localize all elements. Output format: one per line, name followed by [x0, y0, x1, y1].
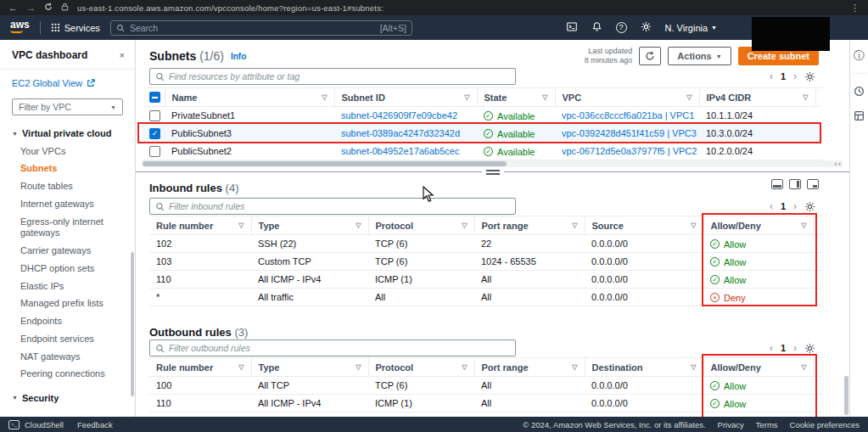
- sidebar-item-your-vpcs[interactable]: Your VPCs: [0, 143, 135, 160]
- vpc-link[interactable]: vpc-0392428d451f41c59 | VPC3: [562, 128, 697, 138]
- refresh-button[interactable]: [639, 47, 661, 65]
- info-panel-icon[interactable]: ⓘ: [854, 50, 865, 61]
- split-panel-handle[interactable]: [482, 169, 504, 176]
- column-header-protocol[interactable]: Protocol▽: [368, 358, 474, 377]
- actions-button[interactable]: Actions ▼: [668, 47, 731, 65]
- column-header-vpc[interactable]: VPC▽: [555, 88, 699, 107]
- column-header-allow-deny[interactable]: Allow/Deny▽: [703, 216, 814, 235]
- region-selector[interactable]: N. Virginia▼: [665, 23, 717, 33]
- select-all-checkbox[interactable]: [149, 92, 160, 103]
- help-icon[interactable]: ?: [616, 22, 627, 33]
- column-header-subnet-id[interactable]: Subnet ID▽: [334, 88, 477, 107]
- services-menu[interactable]: Services: [51, 23, 100, 33]
- sidebar-close-icon[interactable]: ×: [120, 50, 125, 60]
- sidebar-item-nat-gateways[interactable]: NAT gateways: [0, 348, 135, 366]
- sidebar-item-internet-gateways[interactable]: Internet gateways: [0, 195, 135, 213]
- scroll-left-icon[interactable]: ‹: [835, 160, 837, 168]
- inbound-filter-input[interactable]: [169, 201, 510, 211]
- caret-down-icon: ▼: [12, 131, 18, 137]
- next-page-icon[interactable]: ›: [793, 70, 797, 82]
- nav-divider: [40, 21, 41, 34]
- subnet-id-link[interactable]: subnet-0b4952e17a6ab5cec: [341, 146, 459, 156]
- column-header-port-range[interactable]: Port range▽: [474, 216, 585, 235]
- sidebar-item-egress-only[interactable]: Egress-only internet gateways: [0, 213, 135, 243]
- column-header-name[interactable]: Name▽: [165, 88, 334, 107]
- table-settings-icon[interactable]: [804, 343, 815, 354]
- subnet-id-link[interactable]: subnet-0389ac4247d32342d: [341, 128, 460, 138]
- site-info-icon[interactable]: [61, 3, 69, 13]
- scrollbar-thumb[interactable]: [143, 161, 507, 166]
- sidebar-item-route-tables[interactable]: Route tables: [0, 178, 135, 196]
- split-panel-side-icon[interactable]: [789, 179, 801, 189]
- column-header-type[interactable]: Type▽: [251, 358, 368, 377]
- row-checkbox[interactable]: [149, 110, 160, 121]
- prev-page-icon[interactable]: ‹: [770, 200, 773, 212]
- global-search-input[interactable]: Search [Alt+S]: [110, 20, 412, 36]
- filter-by-vpc-select[interactable]: Filter by VPC ▼: [12, 98, 123, 115]
- column-header-state[interactable]: State▽: [477, 88, 555, 107]
- browser-refresh-icon[interactable]: [44, 3, 53, 13]
- column-header-rule-number[interactable]: Rule number▽: [149, 358, 251, 377]
- browser-forward-icon[interactable]: →: [26, 3, 36, 13]
- sidebar-item-endpoints[interactable]: Endpoints: [0, 313, 135, 331]
- resources-panel-icon[interactable]: [854, 110, 865, 123]
- column-header-protocol[interactable]: Protocol▽: [368, 216, 474, 235]
- address-bar[interactable]: us-east-1.console.aws.amazon.com/vpccons…: [77, 3, 384, 13]
- sidebar-item-carrier-gateways[interactable]: Carrier gateways: [0, 243, 135, 261]
- page-number[interactable]: 1: [781, 71, 786, 81]
- column-header-source[interactable]: Source▽: [585, 216, 703, 235]
- terms-link[interactable]: Terms: [756, 420, 778, 429]
- allow-badge: ✓Allow: [710, 399, 746, 409]
- ec2-global-view-link[interactable]: EC2 Global View: [0, 70, 135, 92]
- column-header-allow-deny[interactable]: Allow/Deny▽: [703, 358, 814, 377]
- sidebar-item-dhcp-option-sets[interactable]: DHCP option sets: [0, 260, 135, 278]
- prev-page-icon[interactable]: ‹: [770, 342, 773, 354]
- feedback-link[interactable]: Feedback: [77, 420, 113, 429]
- next-page-icon[interactable]: ›: [793, 200, 797, 212]
- page-number[interactable]: 1: [781, 343, 786, 353]
- table-settings-icon[interactable]: [804, 201, 815, 212]
- vertical-scrollbar[interactable]: [844, 376, 848, 415]
- prev-page-icon[interactable]: ‹: [770, 70, 773, 82]
- scroll-right-icon[interactable]: ›: [838, 160, 841, 168]
- outbound-filter-input[interactable]: [169, 343, 510, 353]
- next-page-icon[interactable]: ›: [793, 342, 797, 354]
- subnet-filter-input[interactable]: [169, 71, 510, 81]
- column-header-type[interactable]: Type▽: [251, 216, 368, 235]
- cloudshell-button[interactable]: >_ CloudShell: [8, 420, 64, 429]
- cookie-preferences-link[interactable]: Cookie preferences: [790, 420, 860, 429]
- row-checkbox[interactable]: [149, 146, 160, 157]
- browser-back-icon[interactable]: ←: [8, 3, 18, 13]
- sidebar-section-security[interactable]: ▼ Security: [0, 384, 135, 407]
- table-row: 110All ICMP - IPv4 ICMP (1)All 0.0.0.0/0…: [149, 271, 822, 289]
- row-checkbox[interactable]: ✓: [149, 128, 160, 139]
- table-settings-icon[interactable]: [804, 71, 815, 82]
- info-link[interactable]: Info: [231, 52, 246, 61]
- split-panel-detach-icon[interactable]: [807, 179, 819, 189]
- sidebar-section-vpc[interactable]: ▼ Virtual private cloud: [0, 119, 135, 143]
- aws-logo[interactable]: aws: [10, 20, 30, 33]
- sidebar-item-elastic-ips[interactable]: Elastic IPs: [0, 278, 135, 295]
- sidebar-item-endpoint-services[interactable]: Endpoint services: [0, 330, 135, 348]
- cloudshell-nav-icon[interactable]: [566, 21, 578, 34]
- page-number[interactable]: 1: [781, 201, 786, 211]
- sidebar-item-peering-connections[interactable]: Peering connections: [0, 366, 135, 384]
- notifications-bell-icon[interactable]: [591, 21, 602, 34]
- vpc-link[interactable]: vpc-06712d5e0a37977f5 | VPC2: [562, 146, 697, 156]
- column-header-rule-number[interactable]: Rule number▽: [149, 216, 251, 235]
- horizontal-scrollbar[interactable]: ‹ ›: [143, 160, 843, 167]
- browser-menu-icon[interactable]: ⋮: [850, 3, 860, 13]
- subnets-table: Name▽ Subnet ID▽ State▽ VPC▽ IPv4 CIDR▽ …: [143, 87, 822, 160]
- split-panel-bottom-icon[interactable]: [771, 179, 783, 189]
- activity-panel-icon[interactable]: [854, 86, 865, 98]
- sidebar-scrollbar[interactable]: [131, 252, 134, 396]
- settings-gear-icon[interactable]: [641, 21, 652, 34]
- vpc-link[interactable]: vpc-036cc8cccf6a021ba | VPC1: [562, 110, 694, 121]
- privacy-link[interactable]: Privacy: [718, 420, 744, 429]
- sidebar-item-managed-prefix-lists[interactable]: Managed prefix lists: [0, 295, 135, 313]
- column-header-destination[interactable]: Destination▽: [585, 358, 703, 377]
- column-header-port-range[interactable]: Port range▽: [474, 358, 585, 377]
- sidebar-item-subnets[interactable]: Subnets: [0, 160, 135, 178]
- column-header-ipv4-cidr[interactable]: IPv4 CIDR▽: [699, 88, 815, 107]
- subnet-id-link[interactable]: subnet-0426909f7e09cbe42: [341, 110, 457, 121]
